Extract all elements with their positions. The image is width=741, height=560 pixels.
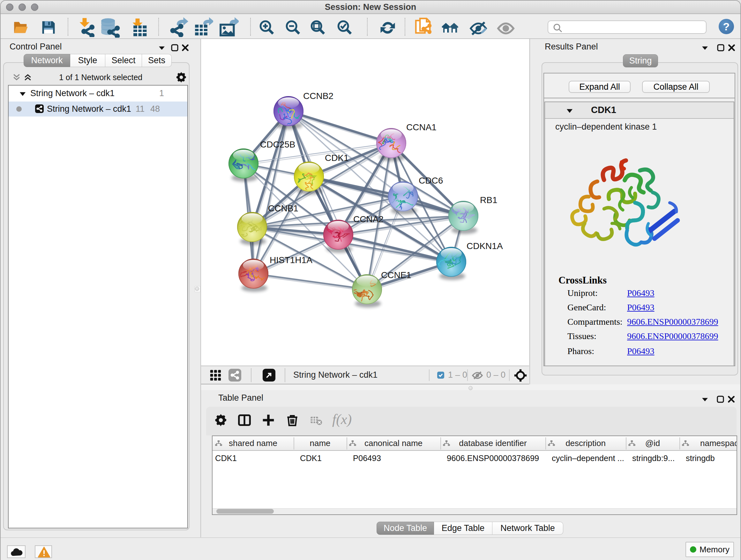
svg-text:HIST1H1A: HIST1H1A	[270, 255, 313, 265]
svg-text:CDK1: CDK1	[325, 153, 349, 163]
svg-text:CDC25B: CDC25B	[260, 139, 295, 149]
svg-text:CCNB1: CCNB1	[268, 203, 298, 213]
svg-text:CCNB2: CCNB2	[303, 91, 333, 101]
svg-text:CCNA2: CCNA2	[353, 214, 384, 224]
svg-text:RB1: RB1	[480, 195, 497, 205]
svg-text:CCNE1: CCNE1	[381, 270, 411, 280]
svg-text:CDC6: CDC6	[419, 176, 443, 186]
svg-text:CDKN1A: CDKN1A	[467, 241, 503, 251]
svg-text:CCNA1: CCNA1	[406, 122, 436, 132]
